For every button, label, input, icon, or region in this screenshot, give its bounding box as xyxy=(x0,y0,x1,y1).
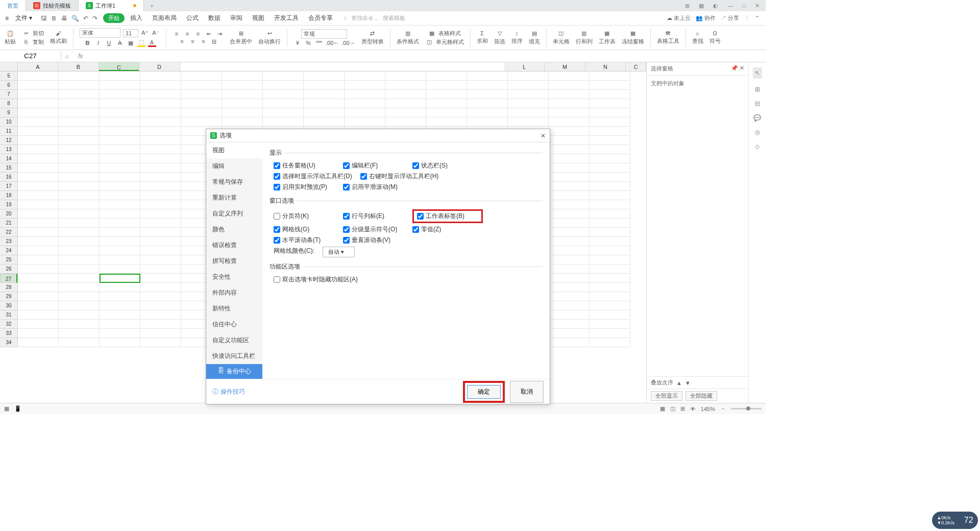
rt-icon-2[interactable]: ⊞ xyxy=(755,86,760,93)
nav-external[interactable]: 外部内容 xyxy=(206,285,262,301)
size-select[interactable]: 11 xyxy=(123,29,138,37)
cut-icon[interactable]: ✂ xyxy=(22,30,30,37)
indent-r[interactable]: ⇥ xyxy=(215,31,224,37)
nav-new[interactable]: 新特性 xyxy=(206,301,262,317)
tab-template[interactable]: D找鲸壳模板 xyxy=(26,0,79,11)
cloud-icon[interactable]: ☁ 未上云 xyxy=(667,14,691,22)
row-28[interactable]: 28 xyxy=(0,283,17,292)
condfmt[interactable]: ▥条件格式 xyxy=(395,30,421,45)
nav-spell[interactable]: 拼写检查 xyxy=(206,253,262,269)
zoom-slider[interactable] xyxy=(731,408,762,409)
search[interactable]: ⌕查找命令...搜索模板 xyxy=(344,14,405,22)
align-bl[interactable]: ≡ xyxy=(178,38,186,44)
opt-vscroll[interactable]: 垂直滚动条(V) xyxy=(343,236,404,245)
nav-general[interactable]: 常规与保存 xyxy=(206,174,262,190)
row-15[interactable]: 15 xyxy=(0,163,17,173)
align-bc[interactable]: ≡ xyxy=(189,38,197,44)
tools[interactable]: 🛠表格工具 xyxy=(655,30,681,45)
percent-icon[interactable]: % xyxy=(304,40,312,46)
nav-edit[interactable]: 编辑 xyxy=(206,158,262,174)
saveas-icon[interactable]: 🗎 xyxy=(51,15,57,22)
win-min[interactable]: — xyxy=(725,2,735,10)
find[interactable]: ⌕查找 xyxy=(691,30,705,45)
menu-review[interactable]: 审阅 xyxy=(226,13,247,23)
strike-icon[interactable]: A̶ xyxy=(116,40,124,46)
cellstyle-icon[interactable]: ◫ xyxy=(425,39,433,45)
pane-close-icon[interactable]: ✕ xyxy=(740,65,744,71)
fx-icon[interactable]: fx xyxy=(73,53,88,60)
nav-security[interactable]: 安全性 xyxy=(206,269,262,285)
row-23[interactable]: 23 xyxy=(0,237,17,246)
tab-add[interactable]: ＋ xyxy=(144,0,160,11)
indent-l[interactable]: ⇤ xyxy=(205,31,213,37)
cancel-button[interactable]: 取消 xyxy=(510,381,544,403)
currency-icon[interactable]: ¥ xyxy=(293,40,302,46)
nav-view[interactable]: 视图 xyxy=(206,142,262,158)
row-17[interactable]: 17 xyxy=(0,182,17,191)
col-D[interactable]: D xyxy=(139,62,180,71)
zoom-value[interactable]: 145% xyxy=(701,406,715,412)
align-tr[interactable]: ≡ xyxy=(194,31,202,37)
col-end[interactable]: C xyxy=(626,62,646,71)
menu-dev[interactable]: 开发工具 xyxy=(270,13,303,23)
nav-customribbon[interactable]: 自定义功能区 xyxy=(206,332,262,348)
fillcolor-icon[interactable]: ⬚ xyxy=(137,39,145,47)
col-M[interactable]: M xyxy=(545,62,585,71)
opt-statusbar[interactable]: 状态栏(S) xyxy=(412,161,474,170)
rt-icon-3[interactable]: ⊟ xyxy=(755,100,760,107)
comma-icon[interactable]: ººº xyxy=(315,40,323,46)
row-5[interactable]: 5 xyxy=(0,71,17,81)
row-6[interactable]: 6 xyxy=(0,81,17,90)
save-icon[interactable]: 🖫 xyxy=(41,15,47,22)
row-11[interactable]: 11 xyxy=(0,127,17,136)
paste-group[interactable]: 📋粘贴 xyxy=(3,30,17,45)
name-box[interactable] xyxy=(0,51,61,61)
opt-rowcolhead[interactable]: 行号列标(E) xyxy=(343,209,404,223)
tblstyle-icon[interactable]: ▦ xyxy=(428,30,436,37)
nav-trust[interactable]: 信任中心 xyxy=(206,317,262,332)
win-close[interactable]: ✕ xyxy=(753,2,762,10)
opt-outline[interactable]: 分级显示符号(O) xyxy=(343,225,404,234)
decinc-icon[interactable]: .00← xyxy=(326,40,339,46)
view-normal-icon[interactable]: ▦ xyxy=(660,405,665,412)
row-21[interactable]: 21 xyxy=(0,219,17,228)
row-32[interactable]: 32 xyxy=(0,320,17,329)
ok-button[interactable]: 确定 xyxy=(467,385,501,399)
symbol[interactable]: Ω符号 xyxy=(708,30,722,45)
filter[interactable]: ▽筛选 xyxy=(493,30,507,45)
row-12[interactable]: 12 xyxy=(0,136,17,145)
hide-all-button[interactable]: 全部隐藏 xyxy=(685,391,717,401)
shrink-icon[interactable]: A⁻ xyxy=(152,30,160,36)
wrap-button[interactable]: ↩自动换行 xyxy=(257,30,282,45)
nav-color[interactable]: 颜色 xyxy=(206,222,262,237)
typeconv[interactable]: ⇄类型转换 xyxy=(360,30,385,45)
row-25[interactable]: 25 xyxy=(0,255,17,264)
send-back-icon[interactable]: ▼ xyxy=(685,380,691,386)
row-16[interactable]: 16 xyxy=(0,173,17,182)
dialog-close-icon[interactable]: ✕ xyxy=(541,132,546,139)
select-all-corner[interactable] xyxy=(0,62,18,71)
opt-dblclick-hide[interactable]: 双击选项卡时隐藏功能区(A) xyxy=(274,275,358,284)
row-29[interactable]: 29 xyxy=(0,292,17,301)
row-24[interactable]: 24 xyxy=(0,246,17,255)
rt-icon-4[interactable]: 💬 xyxy=(753,114,761,122)
sum[interactable]: Σ求和 xyxy=(475,30,489,45)
row-8[interactable]: 8 xyxy=(0,99,17,108)
border-icon[interactable]: ▦ xyxy=(127,40,135,46)
tab-workbook[interactable]: S工作簿1 xyxy=(79,0,144,11)
menu-data[interactable]: 数据 xyxy=(204,13,225,23)
menu-vip[interactable]: 会员专享 xyxy=(304,13,337,23)
menu-start[interactable]: 开始 xyxy=(103,13,125,23)
opt-editbar[interactable]: 编辑栏(F) xyxy=(343,161,404,170)
align-br[interactable]: ≡ xyxy=(200,38,208,44)
row-31[interactable]: 31 xyxy=(0,310,17,320)
nav-recalc[interactable]: 重新计算 xyxy=(206,190,262,206)
bring-fwd-icon[interactable]: ▲ xyxy=(676,380,682,386)
bold-icon[interactable]: B xyxy=(84,40,92,46)
collab-button[interactable]: 👥 协作 xyxy=(696,14,716,22)
sort[interactable]: ↕排序 xyxy=(510,30,524,45)
nav-customlist[interactable]: 自定义序列 xyxy=(206,206,262,222)
print-icon[interactable]: 🖶 xyxy=(61,15,67,22)
decdec-icon[interactable]: .00→ xyxy=(341,40,355,46)
row-22[interactable]: 22 xyxy=(0,228,17,237)
